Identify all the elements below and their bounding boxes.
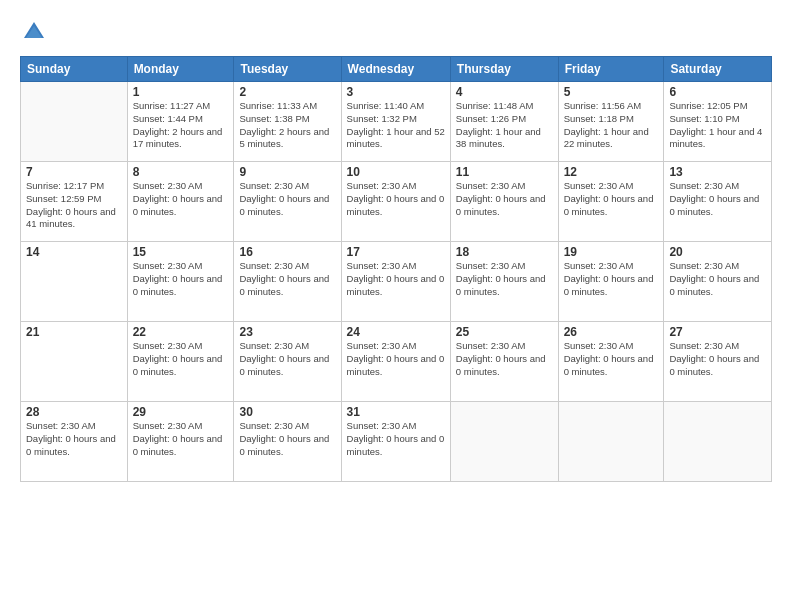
calendar-day: 5Sunrise: 11:56 AM Sunset: 1:18 PM Dayli… bbox=[558, 82, 664, 162]
calendar-day: 4Sunrise: 11:48 AM Sunset: 1:26 PM Dayli… bbox=[450, 82, 558, 162]
day-info: Sunset: 2:30 AM Daylight: 0 hours and 0 … bbox=[133, 180, 229, 218]
col-tuesday: Tuesday bbox=[234, 57, 341, 82]
col-friday: Friday bbox=[558, 57, 664, 82]
calendar-day: 11Sunset: 2:30 AM Daylight: 0 hours and … bbox=[450, 162, 558, 242]
calendar-day: 29Sunset: 2:30 AM Daylight: 0 hours and … bbox=[127, 402, 234, 482]
day-number: 11 bbox=[456, 165, 553, 179]
calendar-header-row: Sunday Monday Tuesday Wednesday Thursday… bbox=[21, 57, 772, 82]
day-info: Sunrise: 12:17 PM Sunset: 12:59 PM Dayli… bbox=[26, 180, 122, 231]
day-info: Sunset: 2:30 AM Daylight: 0 hours and 0 … bbox=[239, 260, 335, 298]
day-info: Sunset: 2:30 AM Daylight: 0 hours and 0 … bbox=[133, 340, 229, 378]
day-info: Sunset: 2:30 AM Daylight: 0 hours and 0 … bbox=[133, 420, 229, 458]
calendar-day: 27Sunset: 2:30 AM Daylight: 0 hours and … bbox=[664, 322, 772, 402]
calendar-day: 22Sunset: 2:30 AM Daylight: 0 hours and … bbox=[127, 322, 234, 402]
day-info: Sunrise: 11:40 AM Sunset: 1:32 PM Daylig… bbox=[347, 100, 445, 151]
day-number: 28 bbox=[26, 405, 122, 419]
calendar-week-row: 2122Sunset: 2:30 AM Daylight: 0 hours an… bbox=[21, 322, 772, 402]
calendar-day: 31Sunset: 2:30 AM Daylight: 0 hours and … bbox=[341, 402, 450, 482]
day-info: Sunset: 2:30 AM Daylight: 0 hours and 0 … bbox=[347, 260, 445, 298]
day-info: Sunrise: 11:33 AM Sunset: 1:38 PM Daylig… bbox=[239, 100, 335, 151]
calendar-day: 23Sunset: 2:30 AM Daylight: 0 hours and … bbox=[234, 322, 341, 402]
calendar-day: 2Sunrise: 11:33 AM Sunset: 1:38 PM Dayli… bbox=[234, 82, 341, 162]
col-sunday: Sunday bbox=[21, 57, 128, 82]
day-number: 15 bbox=[133, 245, 229, 259]
day-info: Sunrise: 11:48 AM Sunset: 1:26 PM Daylig… bbox=[456, 100, 553, 151]
day-info: Sunset: 2:30 AM Daylight: 0 hours and 0 … bbox=[239, 340, 335, 378]
calendar-day: 9Sunset: 2:30 AM Daylight: 0 hours and 0… bbox=[234, 162, 341, 242]
day-number: 19 bbox=[564, 245, 659, 259]
day-number: 5 bbox=[564, 85, 659, 99]
logo-icon bbox=[20, 18, 48, 46]
day-number: 1 bbox=[133, 85, 229, 99]
calendar-day: 8Sunset: 2:30 AM Daylight: 0 hours and 0… bbox=[127, 162, 234, 242]
calendar-day: 1Sunrise: 11:27 AM Sunset: 1:44 PM Dayli… bbox=[127, 82, 234, 162]
page: Sunday Monday Tuesday Wednesday Thursday… bbox=[0, 0, 792, 612]
col-thursday: Thursday bbox=[450, 57, 558, 82]
day-info: Sunset: 2:30 AM Daylight: 0 hours and 0 … bbox=[347, 420, 445, 458]
day-info: Sunset: 2:30 AM Daylight: 0 hours and 0 … bbox=[456, 180, 553, 218]
calendar-week-row: 1Sunrise: 11:27 AM Sunset: 1:44 PM Dayli… bbox=[21, 82, 772, 162]
calendar-day: 17Sunset: 2:30 AM Daylight: 0 hours and … bbox=[341, 242, 450, 322]
day-number: 20 bbox=[669, 245, 766, 259]
calendar-week-row: 28Sunset: 2:30 AM Daylight: 0 hours and … bbox=[21, 402, 772, 482]
day-info: Sunset: 2:30 AM Daylight: 0 hours and 0 … bbox=[239, 420, 335, 458]
calendar-day: 10Sunset: 2:30 AM Daylight: 0 hours and … bbox=[341, 162, 450, 242]
calendar-day: 19Sunset: 2:30 AM Daylight: 0 hours and … bbox=[558, 242, 664, 322]
day-info: Sunrise: 12:05 PM Sunset: 1:10 PM Daylig… bbox=[669, 100, 766, 151]
day-number: 14 bbox=[26, 245, 122, 259]
day-number: 10 bbox=[347, 165, 445, 179]
calendar-day: 16Sunset: 2:30 AM Daylight: 0 hours and … bbox=[234, 242, 341, 322]
day-info: Sunset: 2:30 AM Daylight: 0 hours and 0 … bbox=[669, 180, 766, 218]
day-number: 16 bbox=[239, 245, 335, 259]
day-number: 13 bbox=[669, 165, 766, 179]
day-number: 26 bbox=[564, 325, 659, 339]
calendar-day: 24Sunset: 2:30 AM Daylight: 0 hours and … bbox=[341, 322, 450, 402]
day-number: 18 bbox=[456, 245, 553, 259]
calendar-day: 25Sunset: 2:30 AM Daylight: 0 hours and … bbox=[450, 322, 558, 402]
day-number: 23 bbox=[239, 325, 335, 339]
calendar-day: 15Sunset: 2:30 AM Daylight: 0 hours and … bbox=[127, 242, 234, 322]
calendar-day: 7Sunrise: 12:17 PM Sunset: 12:59 PM Dayl… bbox=[21, 162, 128, 242]
calendar-day bbox=[558, 402, 664, 482]
day-info: Sunset: 2:30 AM Daylight: 0 hours and 0 … bbox=[669, 340, 766, 378]
day-number: 9 bbox=[239, 165, 335, 179]
header bbox=[20, 18, 772, 46]
calendar-day: 30Sunset: 2:30 AM Daylight: 0 hours and … bbox=[234, 402, 341, 482]
calendar-day bbox=[21, 82, 128, 162]
day-info: Sunset: 2:30 AM Daylight: 0 hours and 0 … bbox=[669, 260, 766, 298]
day-info: Sunset: 2:30 AM Daylight: 0 hours and 0 … bbox=[456, 340, 553, 378]
calendar-day: 3Sunrise: 11:40 AM Sunset: 1:32 PM Dayli… bbox=[341, 82, 450, 162]
col-monday: Monday bbox=[127, 57, 234, 82]
col-wednesday: Wednesday bbox=[341, 57, 450, 82]
day-info: Sunset: 2:30 AM Daylight: 0 hours and 0 … bbox=[564, 340, 659, 378]
day-number: 30 bbox=[239, 405, 335, 419]
day-number: 8 bbox=[133, 165, 229, 179]
day-number: 27 bbox=[669, 325, 766, 339]
day-number: 4 bbox=[456, 85, 553, 99]
day-info: Sunset: 2:30 AM Daylight: 0 hours and 0 … bbox=[239, 180, 335, 218]
day-info: Sunset: 2:30 AM Daylight: 0 hours and 0 … bbox=[26, 420, 122, 458]
day-number: 3 bbox=[347, 85, 445, 99]
day-info: Sunset: 2:30 AM Daylight: 0 hours and 0 … bbox=[347, 340, 445, 378]
day-number: 31 bbox=[347, 405, 445, 419]
calendar-day: 21 bbox=[21, 322, 128, 402]
day-info: Sunset: 2:30 AM Daylight: 0 hours and 0 … bbox=[564, 180, 659, 218]
day-number: 17 bbox=[347, 245, 445, 259]
calendar-day: 26Sunset: 2:30 AM Daylight: 0 hours and … bbox=[558, 322, 664, 402]
day-number: 24 bbox=[347, 325, 445, 339]
day-info: Sunset: 2:30 AM Daylight: 0 hours and 0 … bbox=[564, 260, 659, 298]
day-info: Sunset: 2:30 AM Daylight: 0 hours and 0 … bbox=[347, 180, 445, 218]
day-number: 12 bbox=[564, 165, 659, 179]
calendar-day: 6Sunrise: 12:05 PM Sunset: 1:10 PM Dayli… bbox=[664, 82, 772, 162]
calendar-day: 12Sunset: 2:30 AM Daylight: 0 hours and … bbox=[558, 162, 664, 242]
col-saturday: Saturday bbox=[664, 57, 772, 82]
calendar-week-row: 1415Sunset: 2:30 AM Daylight: 0 hours an… bbox=[21, 242, 772, 322]
day-number: 7 bbox=[26, 165, 122, 179]
day-number: 29 bbox=[133, 405, 229, 419]
day-info: Sunrise: 11:27 AM Sunset: 1:44 PM Daylig… bbox=[133, 100, 229, 151]
day-number: 6 bbox=[669, 85, 766, 99]
calendar-day: 28Sunset: 2:30 AM Daylight: 0 hours and … bbox=[21, 402, 128, 482]
calendar-week-row: 7Sunrise: 12:17 PM Sunset: 12:59 PM Dayl… bbox=[21, 162, 772, 242]
calendar-day: 13Sunset: 2:30 AM Daylight: 0 hours and … bbox=[664, 162, 772, 242]
logo bbox=[20, 18, 52, 46]
